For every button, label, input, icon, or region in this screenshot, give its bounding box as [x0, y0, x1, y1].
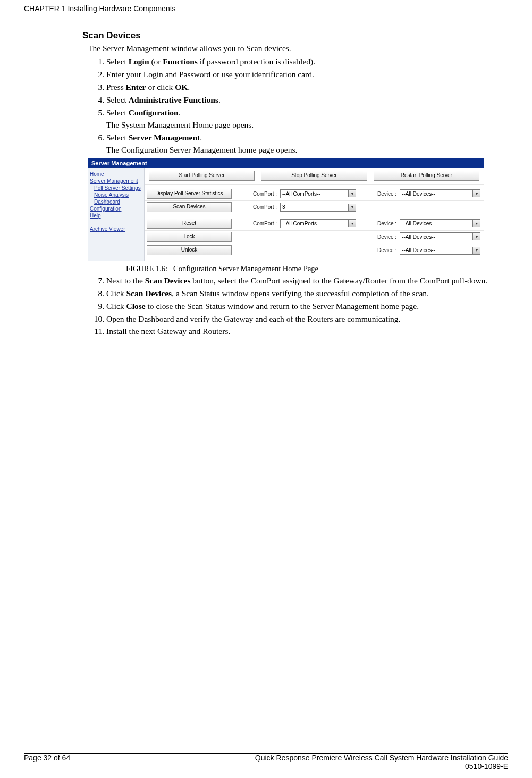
unlock-button[interactable]: Unlock	[147, 245, 232, 255]
step-text: or click	[146, 82, 175, 91]
display-stats-button[interactable]: Display Poll Server Statistics	[147, 189, 232, 199]
step-bold: Administrative Functions	[129, 95, 218, 104]
dropdown-arrow-icon	[348, 204, 356, 211]
footer-doc-number: 0510-1099-E	[465, 762, 508, 771]
step-bold: Server Management	[129, 133, 200, 142]
step-7: Next to the Scan Devices button, select …	[106, 275, 497, 287]
comport-select-scan[interactable]: 3	[280, 203, 356, 212]
step-3: Press Enter or click OK.	[106, 82, 497, 93]
stop-polling-button[interactable]: Stop Polling Server	[261, 171, 367, 181]
header-divider	[24, 14, 508, 14]
dropdown-arrow-icon	[472, 190, 480, 197]
dropdown-arrow-icon	[472, 220, 480, 227]
step-text: .	[179, 108, 181, 117]
device-label: Device :	[374, 247, 396, 253]
start-polling-button[interactable]: Start Polling Server	[149, 171, 255, 181]
step-text: .	[218, 95, 221, 104]
step-text: Next to the	[106, 276, 145, 285]
comport-label: ComPort :	[250, 191, 277, 197]
device-label: Device :	[374, 191, 396, 197]
step-4: Select Administrative Functions.	[106, 95, 497, 106]
nav-help[interactable]: Help	[90, 213, 144, 219]
nav-poll-settings[interactable]: Poll Server Settings	[90, 185, 144, 191]
window-titlebar: Server Management	[88, 158, 484, 168]
footer-guide-title: Quick Response Premiere Wireless Call Sy…	[255, 754, 508, 762]
step-text: Select	[106, 57, 129, 66]
device-select-stats[interactable]: --All Devices--	[400, 189, 480, 198]
screenshot-server-management: Server Management Home Server Management…	[88, 158, 484, 261]
dropdown-arrow-icon	[472, 233, 480, 240]
comport-label: ComPort :	[250, 221, 277, 227]
step-note: The Configuration Server Management home…	[106, 145, 497, 156]
step-6: Select Server Management. The Configurat…	[106, 132, 497, 156]
step-text: .	[188, 82, 190, 91]
comport-select-stats[interactable]: --All ComPorts--	[280, 189, 356, 198]
figure-title: Configuration Server Management Home Pag…	[173, 264, 318, 273]
select-value: --All Devices--	[402, 221, 435, 227]
device-label: Device :	[374, 234, 396, 240]
step-9: Click Close to close the Scan Status win…	[106, 301, 497, 312]
running-header: CHAPTER 1 Installing Hardware Components	[24, 0, 508, 13]
step-text: (or	[149, 57, 163, 66]
select-value: 3	[282, 204, 285, 210]
select-value: --All ComPorts--	[282, 191, 320, 197]
nav-configuration[interactable]: Configuration	[90, 206, 144, 212]
nav-noise-analysis[interactable]: Noise Analysis	[90, 192, 144, 198]
scan-devices-button[interactable]: Scan Devices	[147, 202, 232, 212]
nav-dashboard[interactable]: Dashboard	[90, 199, 144, 205]
step-11: Install the next Gateway and Routers.	[106, 326, 497, 337]
step-text: Select	[106, 108, 129, 117]
select-value: --All Devices--	[402, 247, 435, 253]
step-text: if password protection is disabled).	[198, 57, 315, 66]
step-5: Select Configuration. The System Managem…	[106, 107, 497, 131]
step-text: , a Scan Status window opens verifying t…	[172, 289, 429, 298]
step-text: Press	[106, 82, 126, 91]
select-value: --All Devices--	[402, 191, 435, 197]
lock-button[interactable]: Lock	[147, 232, 232, 242]
intro-paragraph: The Server Management window allows you …	[88, 43, 497, 53]
procedure-list: Select Login (or Functions if password p…	[88, 56, 497, 155]
step-bold: Enter	[126, 82, 146, 91]
dropdown-arrow-icon	[348, 220, 356, 227]
step-text: Click	[106, 302, 126, 311]
section-heading: Scan Devices	[82, 30, 497, 41]
reset-button[interactable]: Reset	[147, 219, 232, 229]
step-bold: Scan Devices	[145, 276, 191, 285]
step-2: Enter your Login and Password or use you…	[106, 69, 497, 80]
footer-page-number: Page 32 of 64	[24, 754, 70, 771]
device-label: Device :	[374, 221, 396, 227]
screenshot-sidebar: Home Server Management Poll Server Setti…	[88, 168, 145, 261]
figure-label: FIGURE 1.6:	[126, 264, 167, 273]
comport-select-reset[interactable]: --All ComPorts--	[280, 219, 356, 228]
comport-label: ComPort :	[250, 204, 277, 210]
step-text: to close the Scan Status window and retu…	[146, 302, 419, 311]
step-bold: Configuration	[129, 108, 179, 117]
step-bold: Functions	[163, 57, 197, 66]
step-text: Click	[106, 289, 126, 298]
step-note: The System Management Home page opens.	[106, 120, 497, 131]
device-select-lock[interactable]: --All Devices--	[400, 232, 480, 241]
step-bold: OK	[175, 82, 188, 91]
step-10: Open the Dashboard and verify the Gatewa…	[106, 314, 497, 325]
nav-server-management[interactable]: Server Management	[90, 178, 144, 184]
device-select-unlock[interactable]: --All Devices--	[400, 246, 480, 255]
step-text: Select	[106, 95, 129, 104]
dropdown-arrow-icon	[472, 247, 480, 254]
step-bold: Close	[126, 302, 145, 311]
step-bold: Login	[129, 57, 149, 66]
figure-caption: FIGURE 1.6: Configuration Server Managem…	[126, 264, 497, 273]
step-text: Select	[106, 133, 129, 142]
screenshot-main: Start Polling Server Stop Polling Server…	[145, 168, 484, 261]
step-8: Click Scan Devices, a Scan Status window…	[106, 288, 497, 299]
step-bold: Scan Devices	[126, 289, 172, 298]
step-text: button, select the ComPort assigned to t…	[190, 276, 487, 285]
step-1: Select Login (or Functions if password p…	[106, 56, 497, 68]
device-select-reset[interactable]: --All Devices--	[400, 219, 480, 228]
nav-archive-viewer[interactable]: Archive Viewer	[90, 226, 144, 232]
nav-home[interactable]: Home	[90, 171, 144, 177]
figure-1-6: Server Management Home Server Management…	[88, 158, 497, 273]
procedure-list-continued: Next to the Scan Devices button, select …	[88, 275, 497, 338]
dropdown-arrow-icon	[348, 190, 356, 197]
select-value: --All ComPorts--	[282, 221, 320, 227]
restart-polling-button[interactable]: Restart Polling Server	[374, 171, 479, 181]
